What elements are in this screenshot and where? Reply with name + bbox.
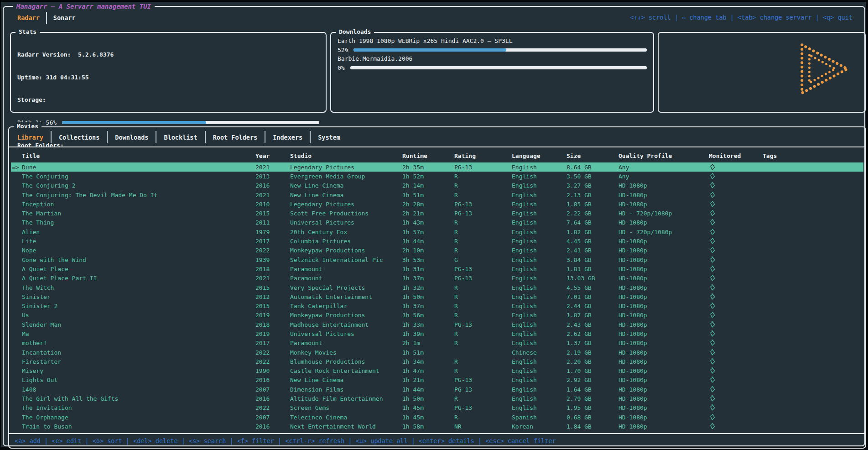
tab-separator [310,131,311,143]
studio-cell: Evergreen Media Group [290,173,402,180]
movies-table-rows: =>Dune2021Legendary Pictures2h 35mPG-13E… [11,162,863,431]
table-row[interactable]: Nope2022Monkeypaw Productions2h 10mREngl… [11,246,863,255]
table-row[interactable]: Sinister 22015Tank Caterpillar1h 37mREng… [11,301,863,310]
tab-collections[interactable]: Collections [54,134,104,141]
studio-cell: Next Entertainment World [290,423,402,430]
quality-profile-cell: HD-1080p [619,395,709,402]
table-row[interactable]: Train to Busan2016Next Entertainment Wor… [11,422,863,431]
tab-library[interactable]: Library [13,134,48,141]
year-cell: 1979 [255,229,290,235]
table-row[interactable]: Sinister2012Automatik Entertainment1h 50… [11,292,863,301]
monitored-cell [709,367,763,374]
runtime-cell: 1h 45m [402,404,454,411]
download-progress-fill [353,48,506,52]
download-percent-label: 0% [338,64,345,71]
year-cell: 2016 [255,377,290,383]
year-cell: 2007 [255,414,290,421]
language-cell: English [512,321,567,328]
col-header-year: Year [255,152,290,159]
size-cell: 7.01 GB [567,293,619,300]
quality-profile-cell: HD-1080p [619,284,709,291]
language-cell: English [512,395,567,402]
table-row[interactable]: Alien197920th Century Fox1h 57mREnglish1… [11,227,863,236]
monitored-cell [709,182,763,189]
tab-system[interactable]: System [313,134,345,141]
monitored-cell [709,192,763,199]
table-row[interactable]: Misery1990Castle Rock Entertainment1h 47… [11,366,863,376]
table-row[interactable]: Incantation2022Monkey Movies1h 51mChines… [11,348,863,357]
uptime-line: Uptime: 31d 04:31:55 [17,73,319,82]
monitored-tag-icon [709,275,716,282]
movies-tab-bar: LibraryCollectionsDownloadsBlocklistRoot… [13,131,345,143]
table-row[interactable]: Firestarter2022Blumhouse Productions1h 3… [11,357,863,366]
monitored-cell [709,404,763,411]
quality-profile-cell: HD-1080p [619,247,709,254]
title-cell: Firestarter [22,358,255,365]
quality-profile-cell: HD-1080p [619,293,709,300]
monitored-cell [709,414,763,421]
storage-label: Storage: [17,95,319,105]
table-row[interactable]: Ma2019Universal Pictures1h 39mREnglish2.… [11,329,863,338]
downloads-list: Earth 1998 1080p WEBRip x265 Hindi AAC2.… [338,37,647,72]
table-row[interactable]: The Witch2015Very Special Projects1h 32m… [11,283,863,292]
tab-indexers[interactable]: Indexers [268,134,307,141]
tab-separator [46,12,47,24]
quality-profile-cell: HD-1080p [619,192,709,199]
table-row[interactable]: The Girl with All the Gifts2016Altitude … [11,394,863,403]
tab-root-folders[interactable]: Root Folders [208,134,262,141]
table-row[interactable]: The Martian2015Scott Free Productions2h … [11,209,863,218]
title-cell: The Orphanage [22,414,255,421]
size-cell: 2.92 GB [567,377,619,383]
quality-profile-cell: HD-1080p [619,321,709,328]
year-cell: 1990 [255,367,290,374]
table-row[interactable]: Lights Out2016New Line Cinema1h 21mPG-13… [11,376,863,385]
table-row[interactable]: mother!2017Paramount2h 1mREnglish1.37 GB… [11,339,863,348]
table-row[interactable]: The Invitation2022Screen Gems1h 45mPG-13… [11,403,863,413]
table-row[interactable]: A Quiet Place Part II2021Paramount1h 37m… [11,274,863,283]
table-row[interactable]: The Conjuring 22016New Line Cinema2h 14m… [11,181,863,190]
size-cell: 1.37 GB [567,340,619,346]
table-row[interactable]: Us2019Monkeypaw Productions1h 56mREnglis… [11,311,863,320]
studio-cell: Blumhouse Productions [290,358,402,365]
size-cell: 1.70 GB [567,367,619,374]
tab-downloads[interactable]: Downloads [110,134,153,141]
monitored-tag-icon [709,414,716,421]
servarr-tab-radarr[interactable]: Radarr [13,14,44,21]
table-row[interactable]: The Conjuring2013Evergreen Media Group1h… [11,172,863,181]
table-row[interactable]: The Orphanage2007Telecinco Cinema1h 45mR… [11,413,863,422]
studio-cell: Very Special Projects [290,284,402,291]
rating-cell: PG-13 [454,164,512,171]
tab-blocklist[interactable]: Blocklist [159,134,202,141]
monitored-tag-icon [709,395,716,402]
table-row[interactable]: The Conjuring: The Devil Made Me Do It20… [11,190,863,199]
table-row[interactable]: Gone with the Wind1939Selznick Internati… [11,255,863,264]
language-cell: Korean [512,423,567,430]
rating-cell: R [454,414,512,421]
table-row[interactable]: Life2017Columbia Pictures1h 44mREnglish4… [11,236,863,246]
language-cell: English [512,293,567,300]
quality-profile-cell: HD-1080p [619,303,709,309]
year-cell: 2018 [255,321,290,328]
col-header-quality-profile: Quality Profile [619,152,709,159]
table-row[interactable]: Slender Man2018Madhouse Entertainment1h … [11,320,863,329]
title-cell: Alien [22,229,255,235]
table-row[interactable]: A Quiet Place2018Paramount1h 31mPG-13Eng… [11,264,863,273]
rating-cell: R [454,284,512,291]
studio-cell: Paramount [290,266,402,272]
runtime-cell: 1h 44m [402,386,454,393]
monitored-cell [709,201,763,208]
size-cell: 3.50 GB [567,173,619,180]
table-row[interactable]: =>Dune2021Legendary Pictures2h 35mPG-13E… [11,162,863,172]
servarr-tab-sonarr[interactable]: Sonarr [49,14,80,21]
year-cell: 2019 [255,330,290,337]
year-cell: 2016 [255,395,290,402]
table-row[interactable]: 14082007Dimension Films1h 44mPG-13Englis… [11,385,863,394]
download-progress-row: 52% [338,46,647,55]
col-header-tags: Tags [763,152,863,159]
year-cell: 2019 [255,312,290,319]
runtime-cell: 1h 37m [402,275,454,282]
monitored-cell [709,164,763,171]
table-row[interactable]: Inception2010Legendary Pictures2h 28mPG-… [11,199,863,209]
table-row[interactable]: The Thing2011Universal Pictures1h 43mREn… [11,218,863,227]
year-cell: 2016 [255,423,290,430]
